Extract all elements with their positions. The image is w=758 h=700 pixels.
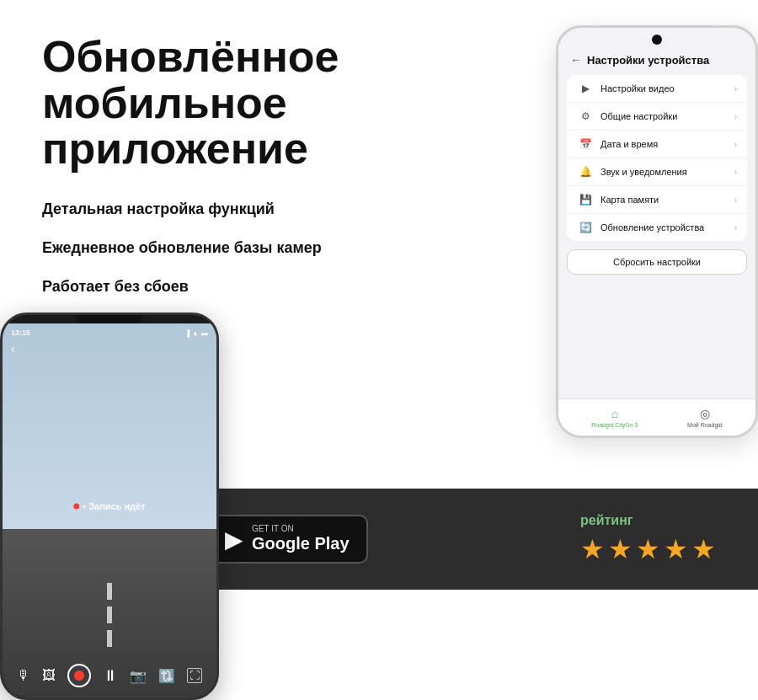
settings-item-label: Дата и время — [601, 139, 734, 149]
dashcam-back-arrow[interactable]: ‹ — [11, 342, 15, 355]
settings-item-label: Звук и уведомления — [601, 167, 734, 177]
chevron-icon: › — [734, 195, 737, 205]
recording-dot — [73, 503, 79, 509]
chevron-icon: › — [734, 168, 737, 177]
settings-notch — [652, 35, 662, 45]
star-half: ★ — [691, 533, 716, 565]
nav-label: Roadgid CityGo 3 — [591, 422, 638, 428]
page-title: Обновлённое мобильное приложение — [42, 34, 404, 172]
fullscreen-icon[interactable]: ⛶ — [187, 668, 202, 683]
road-line — [107, 630, 112, 647]
video-icon: ▶ — [577, 83, 594, 94]
google-play-icon: ▶ — [225, 526, 243, 553]
recording-label: • Запись идёт — [73, 501, 146, 511]
chevron-icon: › — [734, 112, 737, 121]
google-play-button[interactable]: ▶ GET IT ON Google Play — [206, 515, 368, 564]
feature-item-3: Работает без сбоев — [42, 276, 404, 297]
road-line — [107, 583, 112, 600]
signal-icon: ▐ — [184, 329, 190, 337]
phone-dashcam: 13:15 ▐ ▲ ▬ ‹ • Запись идёт 01. — [0, 313, 219, 700]
storage-icon: 💾 — [577, 194, 594, 206]
mic-icon[interactable]: 🎙 — [17, 668, 30, 683]
star-2: ★ — [608, 533, 633, 565]
settings-item-general[interactable]: ⚙ Общие настройки › — [567, 103, 747, 131]
settings-header: ← Настройки устройства — [558, 45, 755, 72]
road-lines — [107, 583, 112, 647]
stars-row: ★ ★ ★ ★ ★ — [580, 533, 716, 565]
left-column: Обновлённое мобильное приложение Детальн… — [42, 34, 404, 323]
user-icon: ◎ — [700, 407, 710, 420]
home-icon: ⌂ — [611, 407, 618, 420]
main-content: Обновлённое мобильное приложение Детальн… — [0, 0, 758, 463]
nav-label: Мой Roadgid — [687, 422, 723, 428]
pause-button[interactable]: ⏸ — [103, 667, 118, 685]
rating-section: рейтинг ★ ★ ★ ★ ★ — [580, 513, 716, 565]
camera-icon[interactable]: 📷 — [130, 668, 147, 684]
bottom-navigation: ⌂ Roadgid CityGo 3 ◎ Мой Roadgid — [558, 398, 755, 429]
status-bar: 13:15 ▐ ▲ ▬ — [3, 329, 216, 337]
settings-screen-title: Настройки устройства — [587, 54, 709, 67]
settings-item-label: Настройки видео — [601, 83, 734, 94]
features-list: Детальная настройка функций Ежедневное о… — [42, 199, 404, 297]
dashcam-time: 13:15 — [11, 329, 30, 337]
nav-item-citygo[interactable]: ⌂ Roadgid CityGo 3 — [591, 407, 638, 428]
calendar-icon: 📅 — [577, 138, 594, 150]
settings-item-video[interactable]: ▶ Настройки видео › — [567, 75, 747, 103]
recording-indicator: • Запись идёт 01.05.23, 13:15 — [73, 501, 146, 521]
top-section: Обновлённое мобильное приложение Детальн… — [42, 34, 716, 463]
settings-item-datetime[interactable]: 📅 Дата и время › — [567, 131, 747, 158]
google-play-main-text: Google Play — [252, 533, 350, 553]
dashcam-notch — [76, 315, 143, 323]
record-button[interactable] — [67, 664, 91, 687]
wifi-icon: ▲ — [192, 329, 199, 337]
gear-icon: ⚙ — [577, 110, 594, 122]
dashcam-status-icons: ▐ ▲ ▬ — [184, 329, 208, 337]
dashcam-screen: 13:15 ▐ ▲ ▬ ‹ • Запись идёт 01. — [3, 323, 216, 697]
google-play-text: GET IT ON Google Play — [252, 525, 350, 553]
chevron-icon: › — [734, 140, 737, 149]
settings-item-sound[interactable]: 🔔 Звук и уведомления › — [567, 158, 747, 186]
settings-back-button[interactable]: ← — [570, 53, 582, 67]
battery-icon: ▬ — [201, 329, 208, 337]
feature-item-1: Детальная настройка функций — [42, 199, 404, 219]
phone-settings: ← Настройки устройства ▶ Настройки видео… — [556, 25, 758, 438]
settings-item-memory[interactable]: 💾 Карта памяти › — [567, 186, 747, 214]
reset-button[interactable]: Сбросить настройки — [567, 249, 747, 275]
settings-list: ▶ Настройки видео › ⚙ Общие настройки › — [567, 75, 747, 241]
record-button-inner — [74, 671, 84, 681]
settings-item-label: Карта памяти — [601, 195, 734, 205]
recording-date: 01.05.23, 13:15 — [86, 513, 133, 521]
gallery-icon[interactable]: 🖼 — [42, 668, 56, 683]
phones-container: ← Настройки устройства ▶ Настройки видео… — [404, 25, 758, 463]
feature-item-2: Ежедневное обновление базы камер — [42, 238, 404, 258]
dashcam-controls: 🎙 🖼 ⏸ 📷 🔃 ⛶ — [3, 664, 216, 687]
settings-screen: ← Настройки устройства ▶ Настройки видео… — [558, 45, 755, 429]
nav-item-myroadgid[interactable]: ◎ Мой Roadgid — [687, 407, 723, 428]
star-3: ★ — [636, 533, 660, 565]
google-play-top-text: GET IT ON — [252, 525, 350, 533]
star-1: ★ — [580, 533, 605, 565]
rating-label: рейтинг — [580, 513, 633, 528]
bell-icon: 🔔 — [577, 166, 594, 178]
chevron-icon: › — [734, 223, 737, 232]
settings-item-label: Обновление устройства — [601, 222, 734, 232]
star-4: ★ — [664, 533, 688, 565]
update-icon: 🔄 — [577, 222, 594, 233]
road-line — [107, 606, 112, 623]
sky-background — [3, 323, 216, 529]
chevron-icon: › — [734, 84, 737, 94]
settings-item-update[interactable]: 🔄 Обновление устройства › — [567, 214, 747, 241]
rotate-icon[interactable]: 🔃 — [158, 668, 175, 684]
settings-item-label: Общие настройки — [601, 111, 734, 121]
